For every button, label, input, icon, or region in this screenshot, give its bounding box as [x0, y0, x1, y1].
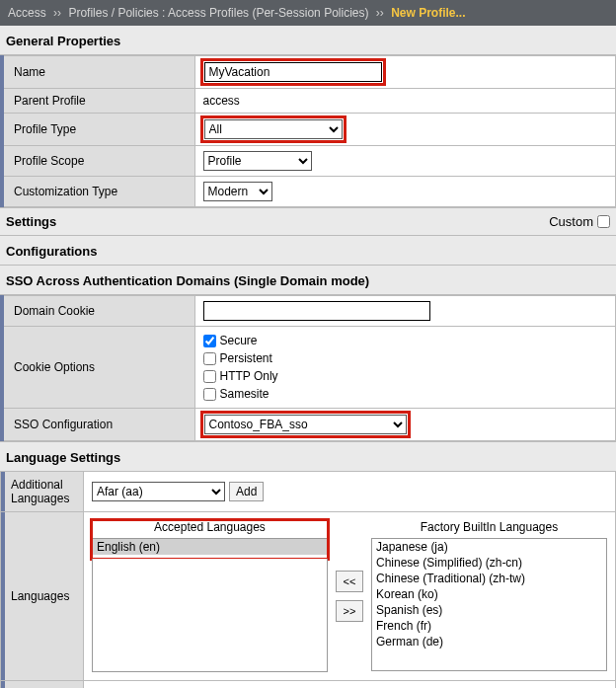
- label-profile-type: Profile Type: [2, 114, 194, 146]
- settings-title: Settings: [6, 214, 56, 229]
- parent-profile-value: access: [194, 89, 616, 114]
- languages-row: Languages Accepted Languages English (en…: [0, 512, 616, 681]
- default-language-row: Default Language English (en): [0, 681, 616, 688]
- accepted-languages-column: Accepted Languages English (en): [92, 520, 328, 672]
- label-profile-scope: Profile Scope: [2, 146, 194, 177]
- list-item[interactable]: Chinese (Traditional) (zh-tw): [372, 571, 606, 586]
- language-move-buttons: << >>: [334, 571, 365, 622]
- highlight-name: [203, 61, 383, 83]
- sso-configuration-select[interactable]: Contoso_FBA_sso: [204, 415, 407, 434]
- list-item[interactable]: Japanese (ja): [372, 539, 606, 555]
- chevron-icon: ››: [376, 6, 384, 20]
- secure-checkbox[interactable]: [203, 335, 216, 347]
- list-item[interactable]: German (de): [372, 634, 606, 650]
- label-domain-cookie: Domain Cookie: [2, 296, 194, 327]
- list-item[interactable]: Korean (ko): [372, 586, 606, 602]
- accepted-languages-listbox[interactable]: [92, 559, 328, 672]
- samesite-checkbox[interactable]: [203, 388, 216, 401]
- list-item[interactable]: French (fr): [372, 618, 606, 634]
- factory-languages-listbox[interactable]: Japanese (ja) Chinese (Simplified) (zh-c…: [371, 538, 607, 671]
- general-properties-table: Name Parent Profile access Profile Type …: [0, 55, 616, 207]
- move-right-button[interactable]: >>: [336, 600, 363, 622]
- additional-languages-select[interactable]: Afar (aa): [92, 482, 225, 501]
- label-parent-profile: Parent Profile: [2, 89, 194, 114]
- label-languages: Languages: [1, 512, 84, 680]
- label-cookie-options: Cookie Options: [2, 327, 194, 409]
- profile-scope-select[interactable]: Profile: [203, 151, 312, 171]
- move-left-button[interactable]: <<: [336, 571, 363, 592]
- breadcrumb-leaf: New Profile...: [391, 6, 465, 20]
- section-settings: Settings Custom: [0, 207, 616, 236]
- label-default-language: Default Language: [1, 681, 84, 688]
- factory-languages-header: Factory BuiltIn Languages: [371, 520, 607, 538]
- persistent-checkbox[interactable]: [203, 352, 216, 365]
- section-general-properties: General Properties: [0, 26, 616, 55]
- secure-label: Secure: [220, 332, 258, 349]
- domain-cookie-input[interactable]: [203, 301, 430, 321]
- section-language-settings: Language Settings: [0, 441, 616, 472]
- label-customization-type: Customization Type: [2, 177, 194, 207]
- profile-type-select[interactable]: All: [204, 119, 343, 139]
- cookie-options-group: Secure Persistent HTTP Only Samesite: [203, 332, 608, 403]
- persistent-label: Persistent: [220, 349, 272, 367]
- highlight-profile-type: All: [203, 118, 344, 140]
- samesite-label: Samesite: [220, 385, 270, 403]
- label-name: Name: [2, 56, 194, 89]
- accepted-languages-header: Accepted Languages: [92, 520, 328, 538]
- list-item[interactable]: English (en): [93, 539, 327, 555]
- chevron-icon: ››: [53, 6, 61, 20]
- label-sso-configuration: SSO Configuration: [2, 409, 194, 441]
- factory-languages-column: Factory BuiltIn Languages Japanese (ja) …: [371, 520, 607, 672]
- custom-label: Custom: [549, 214, 593, 229]
- breadcrumb-mid[interactable]: Profiles / Policies : Access Profiles (P…: [68, 6, 368, 20]
- additional-languages-row: Additional Languages Afar (aa) Add: [0, 472, 616, 512]
- breadcrumb-root[interactable]: Access: [8, 6, 46, 20]
- httponly-checkbox[interactable]: [203, 370, 216, 383]
- name-input[interactable]: [204, 62, 382, 82]
- sso-table: Domain Cookie Cookie Options Secure Pers…: [0, 295, 616, 441]
- customization-type-select[interactable]: Modern: [203, 182, 272, 201]
- highlight-sso-config: Contoso_FBA_sso: [203, 414, 408, 435]
- highlight-accepted: Accepted Languages English (en): [92, 520, 328, 559]
- add-language-button[interactable]: Add: [229, 482, 264, 501]
- breadcrumb: Access ›› Profiles / Policies : Access P…: [0, 0, 616, 26]
- label-additional-languages: Additional Languages: [1, 472, 84, 511]
- httponly-label: HTTP Only: [220, 367, 278, 385]
- section-configurations: Configurations: [0, 236, 616, 266]
- list-item[interactable]: Spanish (es): [372, 602, 606, 618]
- section-sso-header: SSO Across Authentication Domains (Singl…: [0, 266, 616, 295]
- custom-checkbox[interactable]: [597, 215, 610, 228]
- list-item[interactable]: Chinese (Simplified) (zh-cn): [372, 555, 606, 571]
